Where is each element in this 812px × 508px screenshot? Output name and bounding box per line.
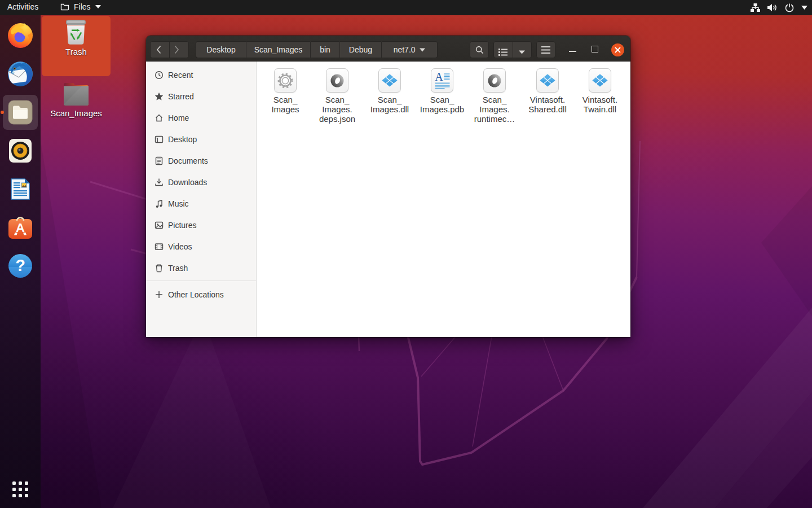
svg-text:?: ? (15, 256, 25, 274)
svg-text:A: A (435, 71, 443, 83)
